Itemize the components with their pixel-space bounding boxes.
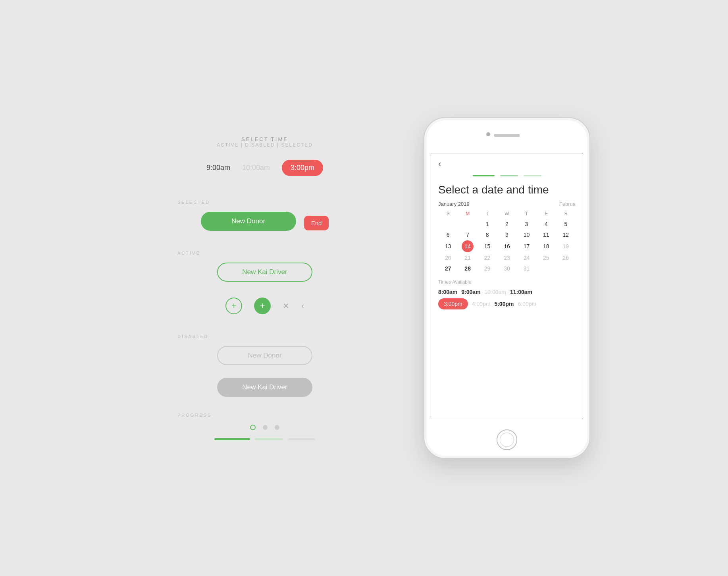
cal-day-20[interactable]: 20 [438,253,458,263]
selected-label: SELECTED [177,200,210,205]
cal-day-10[interactable]: 10 [517,230,536,240]
add-outline-icon[interactable]: + [225,298,242,314]
day-label-m: M [458,210,477,217]
cal-day-17[interactable]: 17 [517,240,536,252]
progress-bar-active [214,438,250,440]
screen-content: ‹ Select a date and time January 2019 Fe… [431,153,583,419]
cal-day-23[interactable]: 23 [497,253,516,263]
cal-day-4[interactable]: 4 [536,219,556,229]
cal-day-18[interactable]: 18 [536,240,556,252]
cal-empty-3 [536,263,556,274]
plus-icon: + [231,302,237,310]
cal-day-2[interactable]: 2 [497,219,516,229]
time-selected[interactable]: 3:00pm [282,160,323,176]
time-300[interactable]: 3:00pm [438,298,468,309]
cal-day-25[interactable]: 25 [536,253,556,263]
calendar-header: January 2019 Februa [438,201,576,207]
cal-day-9[interactable]: 9 [497,230,516,240]
end-button[interactable]: End [304,216,329,230]
select-time-title: SELECT TIME [217,136,313,142]
new-kai-driver-disabled-button: New Kai Driver [217,378,312,397]
cal-day-26[interactable]: 26 [556,253,576,263]
disabled-label: DISABLED [177,334,208,339]
cal-empty-2 [458,219,477,229]
progress-bars [214,438,315,440]
time-1000[interactable]: 10:00am [485,289,506,295]
day-label-f: F [536,210,556,217]
phone-home-inner [500,433,514,447]
cal-day-13[interactable]: 13 [438,240,458,252]
add-filled-icon[interactable]: + [254,298,271,314]
day-label-t2: T [517,210,536,217]
screen-progress-bar-1 [473,175,495,176]
cal-day-19[interactable]: 19 [556,240,576,252]
times-section: Times Available 8:00am 9:00am 10:00am 11… [431,274,583,309]
cal-day-7[interactable]: 7 [458,230,477,240]
times-label: Times Available [438,279,576,285]
phone-screen: ‹ Select a date and time January 2019 Fe… [431,153,583,419]
calendar-grid[interactable]: 1 2 3 4 5 6 7 8 9 10 11 12 [438,219,576,274]
new-kai-driver-active-button[interactable]: New Kai Driver [217,263,312,282]
back-arrow-icon[interactable]: ‹ [438,159,576,169]
close-icon[interactable]: ✕ [283,301,289,311]
times-row-2: 3:00pm 4:00pm 5:00pm 6:00pm [438,298,576,309]
time-600[interactable]: 6:00pm [518,301,536,307]
cal-day-14[interactable]: 14 [462,240,474,252]
time-500[interactable]: 5:00pm [494,301,514,307]
select-time-section: SELECT TIME ACTIVE | DISABLED | SELECTED [217,136,313,148]
time-disabled[interactable]: 10:00am [242,164,270,172]
phone-camera [486,132,490,136]
day-label-s2: S [556,210,576,217]
new-donor-disabled-button: New Donor [217,346,312,365]
calendar-january: January 2019 Februa S M T W T F S [431,201,583,274]
screen-header: ‹ [431,153,583,172]
screen-title: Select a date and time [431,180,583,201]
progress-section: PROGRESS [154,413,376,440]
cal-day-29[interactable]: 29 [478,263,497,274]
progress-label: PROGRESS [177,413,212,418]
cal-day-27[interactable]: 27 [438,263,458,274]
cal-day-15[interactable]: 15 [478,240,497,252]
time-row: 9:00am 10:00am 3:00pm [206,160,323,176]
dot-inactive-1 [263,425,268,430]
new-donor-selected-button[interactable]: New Donor [201,212,296,231]
cal-day-6[interactable]: 6 [438,230,458,240]
day-label-t1: T [478,210,497,217]
active-state-section: ACTIVE New Kai Driver [154,251,376,282]
plus-filled-icon: + [260,302,265,310]
time-1100[interactable]: 11:00am [510,289,532,295]
calendar-container: January 2019 Februa S M T W T F S [431,201,583,274]
cal-day-16[interactable]: 16 [497,240,516,252]
cal-day-22[interactable]: 22 [478,253,497,263]
phone-speaker [494,134,520,137]
cal-day-30[interactable]: 30 [497,263,516,274]
cal-day-1[interactable]: 1 [478,219,497,229]
cal-day-5[interactable]: 5 [556,219,576,229]
cal-day-28[interactable]: 28 [458,263,477,274]
phone-home-button[interactable] [497,429,517,450]
phone-wrapper: ‹ Select a date and time January 2019 Fe… [424,117,590,459]
cal-day-8[interactable]: 8 [478,230,497,240]
cal-day-21[interactable]: 21 [458,253,477,263]
cal-day-24[interactable]: 24 [517,253,536,263]
cal-day-14-wrap: 14 [458,240,477,252]
cal-day-12[interactable]: 12 [556,230,576,240]
time-400[interactable]: 4:00pm [472,301,491,307]
left-panel: SELECT TIME ACTIVE | DISABLED | SELECTED… [138,120,392,456]
selected-state-section: SELECTED New Donor End [154,200,376,235]
day-label-s1: S [438,210,458,217]
cal-day-11[interactable]: 11 [536,230,556,240]
progress-dots [250,425,279,430]
time-active[interactable]: 9:00am [206,164,230,172]
dot-inactive-2 [275,425,279,430]
calendar-next-month: Februa [559,201,576,207]
cal-day-31[interactable]: 31 [517,263,536,274]
cal-empty-1 [438,219,458,229]
cal-empty-4 [556,263,576,274]
time-900[interactable]: 9:00am [461,289,480,295]
time-800[interactable]: 8:00am [438,289,457,295]
chevron-left-icon[interactable]: ‹ [301,301,304,310]
screen-progress-bar-2 [500,175,518,176]
times-row-1: 8:00am 9:00am 10:00am 11:00am [438,289,576,295]
cal-day-3[interactable]: 3 [517,219,536,229]
